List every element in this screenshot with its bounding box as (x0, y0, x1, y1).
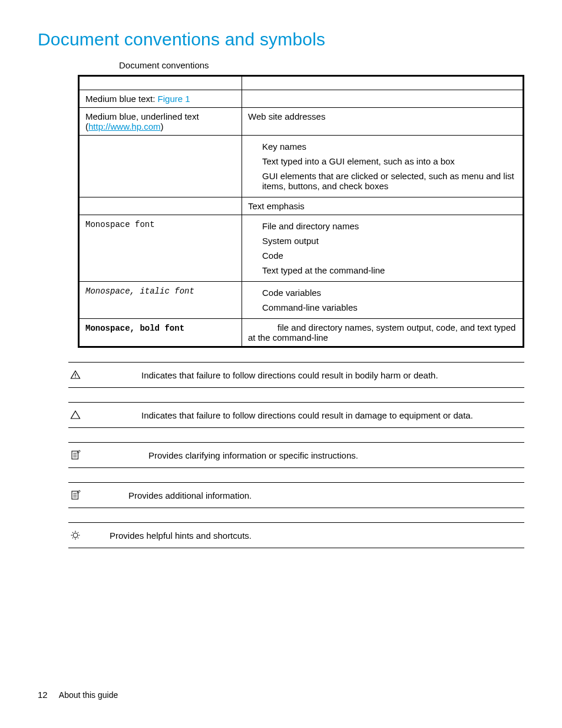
convention-cell (79, 197, 242, 215)
element-cell: Web site addresses (242, 108, 524, 136)
convention-cell: Medium blue, underlined text (http://www… (79, 108, 242, 136)
footer-section: About this guide (59, 690, 118, 700)
svg-line-18 (78, 532, 79, 533)
notice-note: Provides additional information. (68, 482, 524, 508)
list-item: File and directory names (262, 219, 517, 233)
list-item: Text typed into a GUI element, such as i… (262, 154, 517, 169)
important-icon (70, 450, 81, 460)
table-row: Key namesText typed into a GUI element, … (79, 136, 524, 197)
section-heading: Document conventions and symbols (38, 29, 524, 50)
svg-line-17 (72, 538, 74, 539)
table-row: Text emphasis (79, 197, 524, 215)
list-item: Key names (262, 139, 517, 154)
element-cell: file and directory names, system output,… (242, 319, 524, 347)
list-item: Text typed at the command-line (262, 263, 517, 278)
link-text[interactable]: Figure 1 (158, 94, 190, 104)
table-row: Monospace fontFile and directory namesSy… (79, 215, 524, 282)
notice-text: Indicates that failure to follow directi… (94, 370, 524, 380)
note-icon (70, 490, 81, 500)
conventions-table: Medium blue text: Figure 1Medium blue, u… (78, 75, 524, 348)
element-cell: Text emphasis (242, 197, 524, 215)
table-row: Medium blue, underlined text (http://www… (79, 108, 524, 136)
list-item: Command-line variables (262, 300, 517, 315)
element-cell: File and directory namesSystem outputCod… (242, 215, 524, 282)
element-cell (242, 90, 524, 108)
element-cell: Code variablesCommand-line variables (242, 282, 524, 319)
svg-point-1 (75, 377, 75, 377)
notice-warning: Indicates that failure to follow directi… (68, 362, 524, 388)
page-number: 12 (38, 690, 48, 700)
svg-point-10 (73, 533, 78, 538)
list-item: GUI elements that are clicked or selecte… (262, 169, 517, 193)
notice-caution: Indicates that failure to follow directi… (68, 402, 524, 428)
list-item: System output (262, 233, 517, 248)
svg-line-16 (78, 538, 79, 539)
convention-cell: Monospace, italic font (79, 282, 242, 319)
element-cell: Key namesText typed into a GUI element, … (242, 136, 524, 197)
caution-icon (70, 410, 81, 420)
notices-block: Indicates that failure to follow directi… (68, 362, 524, 548)
notice-text: Provides clarifying information or speci… (94, 450, 524, 460)
table-row: Medium blue text: Figure 1 (79, 90, 524, 108)
convention-cell: Monospace, bold font (79, 319, 242, 347)
table-row: Monospace, italic fontCode variablesComm… (79, 282, 524, 319)
list-item: Code variables (262, 285, 517, 300)
warning-icon (70, 370, 81, 380)
notice-text: Indicates that failure to follow directi… (94, 410, 524, 420)
convention-cell: Monospace font (79, 215, 242, 282)
table-row: Monospace, bold fontfile and directory n… (79, 319, 524, 347)
list-item: Code (262, 248, 517, 263)
page-footer: 12 About this guide (38, 690, 118, 700)
tip-icon (70, 530, 81, 541)
notice-tip: Provides helpful hints and shortcuts. (68, 522, 524, 548)
table-caption: Document conventions (119, 60, 524, 70)
svg-line-15 (72, 532, 74, 533)
notice-text: Provides additional information. (94, 490, 524, 500)
link-text[interactable]: http://www.hp.com (88, 121, 161, 131)
notice-text: Provides helpful hints and shortcuts. (94, 531, 524, 541)
convention-cell: Medium blue text: Figure 1 (79, 90, 242, 108)
convention-cell (79, 136, 242, 197)
notice-important: Provides clarifying information or speci… (68, 442, 524, 468)
